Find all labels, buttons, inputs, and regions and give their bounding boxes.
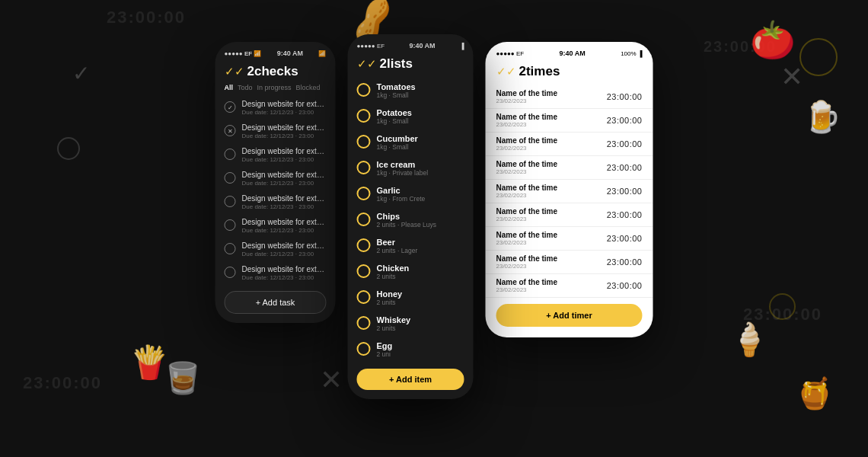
battery-times: 100% ▐ bbox=[621, 50, 642, 57]
table-row[interactable]: Design website for extensiv Due date: 12… bbox=[215, 190, 336, 214]
task-checkbox-empty[interactable] bbox=[225, 149, 236, 160]
timer-info: Name of the time 23/02/2023 bbox=[496, 160, 558, 175]
list-item-meta: 1kg · Small bbox=[377, 117, 412, 125]
timer-item[interactable]: Name of the time 23/02/2023 23:00:00 bbox=[486, 85, 653, 109]
list-item-name: Ice cream bbox=[377, 160, 429, 169]
task-content: Design website for extensiv Due date: 12… bbox=[242, 218, 327, 234]
add-item-button[interactable]: + Add item bbox=[357, 369, 464, 390]
beer-emoji: 🍺 bbox=[803, 99, 841, 135]
timer-label: Name of the time bbox=[496, 254, 558, 263]
task-content: Design website for extensiv Due date: 12… bbox=[242, 171, 327, 187]
task-checkbox-completed[interactable]: ✓ bbox=[225, 101, 236, 113]
table-row[interactable]: Design website for extensiv Due date: 12… bbox=[215, 261, 336, 285]
timer-date: 23/02/2023 bbox=[496, 216, 558, 222]
icecream-emoji: 🍦 bbox=[729, 321, 769, 358]
add-timer-button[interactable]: + Add timer bbox=[496, 304, 643, 327]
task-title: Design website for extensiv bbox=[242, 218, 327, 226]
task-checkbox-x[interactable]: ✕ bbox=[225, 125, 236, 136]
check-marks-icon-times: ✓✓ bbox=[496, 65, 516, 78]
task-title: Design website for extensiv bbox=[242, 241, 327, 250]
timer-item[interactable]: Name of the time 23/02/2023 23:00:00 bbox=[486, 133, 653, 156]
timer-label: Name of the time bbox=[496, 184, 558, 192]
tab-inprogress[interactable]: In progress bbox=[257, 84, 292, 91]
list-item[interactable]: Tomatoes 1kg · Small bbox=[348, 78, 474, 104]
list-item[interactable]: Chips 2 units · Please Luys bbox=[348, 207, 474, 233]
list-item-name: Chips bbox=[377, 212, 436, 221]
task-title: Design website for extensiv bbox=[242, 147, 327, 155]
timer-info: Name of the time 23/02/2023 bbox=[496, 231, 558, 246]
table-row[interactable]: Design website for extensiv Due date: 12… bbox=[215, 143, 336, 167]
timer-item[interactable]: Name of the time 23/02/2023 23:00:00 bbox=[486, 251, 653, 274]
tomato-emoji: 🍅 bbox=[750, 19, 796, 62]
list-item-meta: 1kg · Small bbox=[377, 143, 418, 151]
list-item[interactable]: Honey 2 units bbox=[348, 285, 474, 311]
list-item-content: Ice cream 1kg · Private label bbox=[377, 160, 429, 177]
check-symbol: ✓ bbox=[72, 61, 90, 86]
table-row[interactable]: Design website for extensiv Due date: 12… bbox=[215, 238, 336, 261]
list-item[interactable]: Beer 2 units · Lager bbox=[348, 233, 474, 259]
timer-info: Name of the time 23/02/2023 bbox=[496, 89, 558, 104]
timer-time: 23:00:00 bbox=[607, 234, 643, 243]
task-checkbox-empty[interactable] bbox=[225, 196, 236, 207]
timer-item[interactable]: Name of the time 23/02/2023 23:00:00 bbox=[486, 203, 653, 227]
list-item[interactable]: Cucumber 1kg · Small bbox=[348, 129, 474, 155]
timer-info: Name of the time 23/02/2023 bbox=[496, 136, 558, 152]
table-row[interactable]: Design website for extensiv Due date: 12… bbox=[215, 214, 336, 238]
table-row[interactable]: ✓ Design website for extensiv Due date: … bbox=[215, 96, 336, 120]
add-task-button[interactable]: + Add task bbox=[225, 291, 327, 314]
task-due: Due date: 12/12/23 · 23:00 bbox=[242, 180, 327, 187]
task-list: ✓ Design website for extensiv Due date: … bbox=[215, 96, 336, 285]
list-item-name: Tomatoes bbox=[377, 82, 416, 91]
list-item[interactable]: Ice cream 1kg · Private label bbox=[348, 155, 474, 181]
timer-date: 23/02/2023 bbox=[496, 239, 558, 246]
timer-time: 23:00:00 bbox=[607, 163, 643, 172]
timer-list: Name of the time 23/02/2023 23:00:00 Nam… bbox=[486, 85, 653, 298]
timer-item[interactable]: Name of the time 23/02/2023 23:00:00 bbox=[486, 227, 653, 251]
task-content: Design website for extensiv Due date: 12… bbox=[242, 194, 327, 210]
circle-decor-2 bbox=[769, 293, 796, 320]
task-checkbox-empty[interactable] bbox=[225, 219, 236, 231]
task-checkbox-empty[interactable] bbox=[225, 243, 236, 254]
timer-info: Name of the time 23/02/2023 bbox=[496, 184, 558, 199]
shopping-list: Tomatoes 1kg · Small Potatoes 1kg · Smal… bbox=[348, 78, 474, 363]
list-item[interactable]: Egg 2 uni bbox=[348, 337, 474, 363]
list-item-content: Whiskey 2 units bbox=[377, 315, 411, 332]
honey-emoji: 🍯 bbox=[796, 376, 834, 411]
list-item-content: Potatoes 1kg · Small bbox=[377, 108, 412, 125]
timer-time: 23:00:00 bbox=[607, 92, 643, 101]
list-item-name: Potatoes bbox=[377, 108, 412, 117]
timer-label: Name of the time bbox=[496, 136, 558, 145]
list-item-name: Honey bbox=[377, 289, 403, 299]
list-item[interactable]: Garlic 1kg · From Crete bbox=[348, 181, 474, 207]
list-item-meta: 1kg · From Crete bbox=[377, 195, 426, 203]
task-checkbox-empty[interactable] bbox=[225, 267, 236, 278]
list-item-name: Cucumber bbox=[377, 134, 418, 143]
timer-item[interactable]: Name of the time 23/02/2023 23:00:00 bbox=[486, 109, 653, 133]
timer-item[interactable]: Name of the time 23/02/2023 23:00:00 bbox=[486, 274, 653, 298]
list-item[interactable]: Chicken 2 units bbox=[348, 259, 474, 285]
list-item[interactable]: Potatoes 1kg · Small bbox=[348, 104, 474, 129]
task-content: Design website for extensiv Due date: 12… bbox=[242, 100, 327, 116]
task-content: Design website for extensiv Due date: 12… bbox=[242, 241, 327, 257]
timer-time: 23:00:00 bbox=[607, 210, 643, 219]
list-item-name: Egg bbox=[377, 341, 393, 350]
app-name-checks: 2checks bbox=[247, 64, 298, 79]
table-row[interactable]: Design website for extensiv Due date: 12… bbox=[215, 167, 336, 190]
tab-all[interactable]: All bbox=[225, 84, 234, 91]
timer-item[interactable]: Name of the time 23/02/2023 23:00:00 bbox=[486, 180, 653, 203]
timer-time: 23:00:00 bbox=[607, 187, 643, 196]
timer-item[interactable]: Name of the time 23/02/2023 23:00:00 bbox=[486, 156, 653, 180]
tab-blocked[interactable]: Blocked bbox=[296, 84, 321, 91]
task-checkbox-empty[interactable] bbox=[225, 172, 236, 184]
table-row[interactable]: ✕ Design website for extensiv Due date: … bbox=[215, 120, 336, 143]
list-item-circle bbox=[357, 290, 371, 304]
phone-lists: ●●●●● EF 9:40 AM ▐ ✓✓ 2lists Tomatoes 1k… bbox=[348, 34, 474, 399]
tab-todo[interactable]: Todo bbox=[238, 84, 253, 91]
list-item[interactable]: Whiskey 2 units bbox=[348, 311, 474, 337]
tab-bar-checks: All Todo In progress Blocked bbox=[215, 82, 336, 96]
task-title: Design website for extensiv bbox=[242, 171, 327, 179]
list-item-circle bbox=[357, 187, 371, 200]
time-times: 9:40 AM bbox=[560, 50, 586, 57]
timer-info: Name of the time 23/02/2023 bbox=[496, 113, 558, 128]
task-content: Design website for extensiv Due date: 12… bbox=[242, 147, 327, 163]
